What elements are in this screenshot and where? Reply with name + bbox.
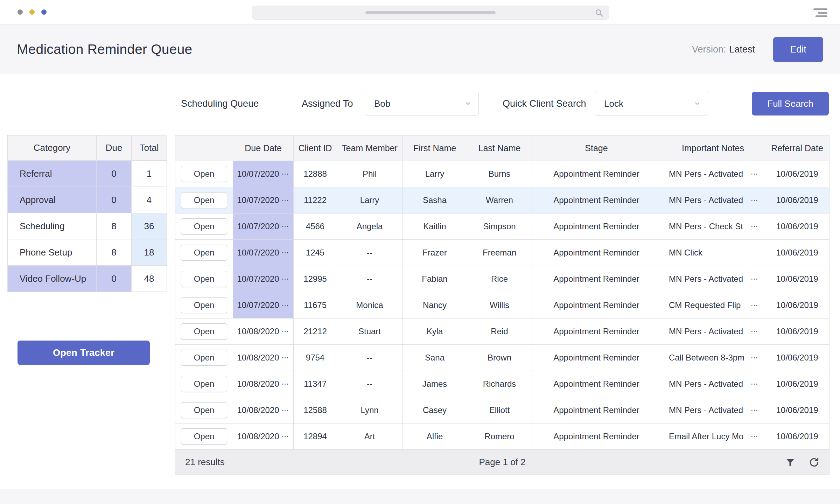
summary-row[interactable]: Referral 0 1: [8, 160, 167, 187]
summary-category-label: Referral: [20, 168, 52, 179]
menu-icon[interactable]: [813, 8, 827, 17]
first-name-value: Nancy: [423, 300, 447, 310]
open-button-cell: Open: [175, 187, 233, 213]
window-dot-yellow[interactable]: [29, 9, 35, 15]
client-id-value: 11675: [304, 300, 327, 310]
open-row-button[interactable]: Open: [181, 192, 227, 208]
open-row-button[interactable]: Open: [181, 402, 227, 418]
chevron-down-icon: [694, 100, 701, 107]
important-notes-cell: MN Pers - Activated ⋯: [661, 371, 765, 397]
full-search-button[interactable]: Full Search: [752, 92, 829, 115]
table-row[interactable]: Open 10/08/2020 ⋯ 11347 -- James Richard…: [175, 371, 829, 397]
stage-cell: Appointment Reminder: [532, 318, 661, 344]
summary-row[interactable]: Video Follow-Up 0 48: [8, 265, 167, 292]
open-button-cell: Open: [175, 161, 233, 187]
last-name-cell: Brown: [467, 344, 532, 371]
summary-row[interactable]: Scheduling 8 36: [8, 213, 167, 239]
open-row-button[interactable]: Open: [181, 323, 227, 340]
window-dot-gray[interactable]: [18, 9, 23, 15]
client-id-cell: 21212: [293, 318, 337, 344]
team-member-value: Monica: [356, 300, 383, 310]
last-name-cell: Richards: [467, 371, 532, 397]
filter-icon[interactable]: [785, 457, 796, 468]
stage-value: Appointment Reminder: [553, 274, 639, 284]
stage-cell: Appointment Reminder: [532, 423, 661, 449]
summary-row[interactable]: Approval 0 4: [8, 187, 167, 213]
team-member-cell: Monica: [337, 292, 402, 318]
client-id-value: 4566: [306, 222, 324, 231]
first-name-value: Kaitlin: [423, 222, 446, 231]
summary-total-cell: 48: [131, 265, 167, 292]
summary-header-total: Total: [131, 135, 167, 160]
table-row[interactable]: Open 10/08/2020 ⋯ 21212 Stuart Kyla Reid…: [175, 318, 829, 344]
open-row-button[interactable]: Open: [181, 245, 227, 261]
due-date-value: 10/08/2020: [237, 353, 279, 363]
summary-row[interactable]: Phone Setup 8 18: [8, 239, 167, 265]
refresh-icon[interactable]: [809, 457, 819, 468]
queue-header-important-notes: Important Notes: [661, 135, 765, 161]
truncation-ellipsis-icon: ⋯: [282, 196, 289, 204]
team-member-cell: Lynn: [337, 397, 402, 423]
edit-button[interactable]: Edit: [773, 37, 823, 62]
open-tracker-button[interactable]: Open Tracker: [18, 341, 150, 365]
open-row-button[interactable]: Open: [181, 271, 227, 287]
stage-cell: Appointment Reminder: [532, 213, 661, 239]
summary-total-cell: 1: [131, 160, 167, 187]
team-member-cell: Art: [337, 423, 402, 449]
team-member-cell: --: [337, 266, 402, 292]
table-row[interactable]: Open 10/07/2020 ⋯ 11675 Monica Nancy Wil…: [175, 292, 829, 318]
page-title: Medication Reminder Queue: [17, 42, 192, 57]
open-row-button[interactable]: Open: [181, 218, 227, 234]
summary-header-due: Due: [96, 135, 131, 160]
first-name-cell: James: [402, 371, 467, 397]
truncation-ellipsis-icon: ⋯: [282, 380, 289, 388]
open-row-button[interactable]: Open: [181, 428, 227, 444]
referral-date-value: 10/06/2019: [776, 405, 818, 415]
summary-category-cell: Approval: [8, 187, 96, 213]
table-row[interactable]: Open 10/07/2020 ⋯ 11222 Larry Sasha Warr…: [175, 187, 829, 213]
referral-date-cell: 10/06/2019: [765, 344, 829, 371]
first-name-value: Sana: [425, 353, 444, 363]
important-notes-cell: MN Pers - Activated ⋯: [661, 161, 765, 187]
last-name-value: Brown: [488, 353, 511, 363]
client-id-cell: 4566: [293, 213, 337, 239]
quick-client-search-select[interactable]: Lock: [595, 92, 708, 115]
team-member-value: --: [367, 274, 372, 284]
last-name-value: Romero: [484, 432, 514, 441]
truncation-ellipsis-icon: ⋯: [282, 432, 289, 441]
category-summary-table: Category Due Total Referral 0 1 Approval…: [7, 135, 167, 292]
table-row[interactable]: Open 10/07/2020 ⋯ 1245 -- Frazer Freeman…: [175, 239, 829, 266]
client-id-cell: 9754: [293, 344, 337, 371]
truncation-ellipsis-icon: ⋯: [282, 327, 289, 336]
open-button-cell: Open: [175, 397, 233, 423]
due-date-cell: 10/08/2020 ⋯: [233, 344, 293, 371]
open-row-button[interactable]: Open: [181, 297, 227, 313]
client-id-cell: 11675: [293, 292, 337, 318]
last-name-cell: Freeman: [467, 239, 532, 266]
assigned-to-select[interactable]: Bob: [365, 92, 479, 115]
search-icon[interactable]: [595, 8, 604, 18]
summary-category-cell: Referral: [8, 160, 96, 187]
open-row-button[interactable]: Open: [181, 350, 227, 366]
stage-cell: Appointment Reminder: [532, 187, 661, 213]
referral-date-value: 10/06/2019: [776, 222, 818, 231]
due-date-cell: 10/07/2020 ⋯: [233, 187, 293, 213]
referral-date-cell: 10/06/2019: [765, 371, 829, 397]
open-row-button[interactable]: Open: [181, 376, 227, 392]
table-row[interactable]: Open 10/08/2020 ⋯ 12588 Lynn Casey Ellio…: [175, 397, 829, 423]
table-row[interactable]: Open 10/07/2020 ⋯ 12995 -- Fabian Rice A…: [175, 266, 829, 292]
table-row[interactable]: Open 10/08/2020 ⋯ 12894 Art Alfie Romero…: [175, 423, 829, 449]
due-date-value: 10/07/2020: [237, 222, 279, 231]
summary-category-cell: Video Follow-Up: [8, 265, 96, 292]
table-row[interactable]: Open 10/07/2020 ⋯ 4566 Angela Kaitlin Si…: [175, 213, 829, 239]
table-row[interactable]: Open 10/08/2020 ⋯ 9754 -- Sana Brown App…: [175, 344, 829, 371]
due-date-cell: 10/07/2020 ⋯: [233, 213, 293, 239]
table-row[interactable]: Open 10/07/2020 ⋯ 12888 Phil Larry Burns…: [175, 161, 829, 187]
window-dot-purple[interactable]: [41, 9, 47, 15]
page-indicator: Page 1 of 2: [479, 457, 526, 468]
truncation-ellipsis-icon: ⋯: [751, 196, 758, 204]
open-row-button[interactable]: Open: [181, 166, 227, 182]
last-name-value: Simpson: [483, 222, 516, 231]
address-search-bar[interactable]: [252, 6, 609, 20]
stage-cell: Appointment Reminder: [532, 397, 661, 423]
